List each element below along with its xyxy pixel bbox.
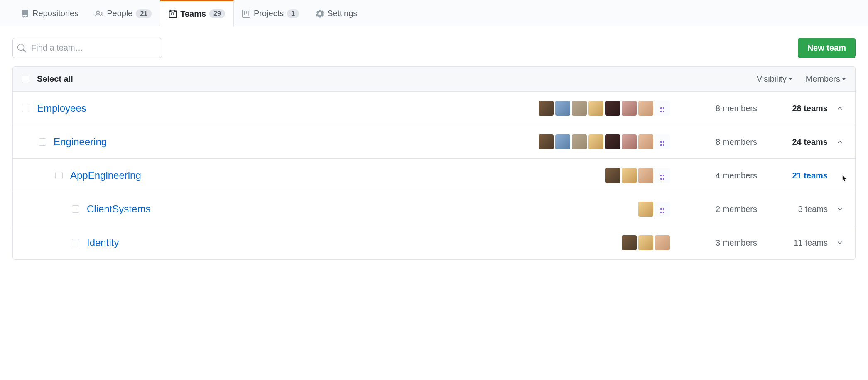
jersey-icon <box>169 10 177 18</box>
avatar[interactable] <box>605 134 620 149</box>
tab-label: Settings <box>327 9 357 18</box>
team-link[interactable]: AppEngineering <box>70 170 141 181</box>
avatar[interactable] <box>572 134 587 149</box>
members-count: 8 members <box>695 104 757 113</box>
avatar[interactable] <box>622 235 637 250</box>
avatar[interactable] <box>572 101 587 116</box>
row-checkbox[interactable] <box>22 105 29 112</box>
subteams-count: 24 teams <box>765 137 828 147</box>
avatar[interactable] <box>588 101 603 116</box>
members-count: 2 members <box>695 205 757 214</box>
tab-label: People <box>107 9 132 18</box>
avatar[interactable] <box>588 134 603 149</box>
tab-label: Projects <box>254 9 284 18</box>
team-row: Identity 3 members 11 teams <box>13 226 855 259</box>
search-icon <box>17 44 26 52</box>
project-icon <box>242 10 250 18</box>
team-row: Employees 8 members 28 teams <box>13 92 855 125</box>
avatar[interactable] <box>638 134 653 149</box>
avatar-stack <box>638 202 670 217</box>
chevron-up-icon <box>836 105 843 112</box>
teams-list: Select all Visibility Members Employees … <box>12 66 856 260</box>
projects-count: 1 <box>287 9 299 18</box>
members-count: 8 members <box>695 137 757 147</box>
avatar[interactable] <box>555 134 570 149</box>
avatar[interactable] <box>605 168 620 183</box>
avatar[interactable] <box>605 101 620 116</box>
tab-projects[interactable]: Projects 1 <box>234 0 307 26</box>
team-link[interactable]: ClientSystems <box>87 203 150 215</box>
row-checkbox[interactable] <box>55 172 63 179</box>
row-checkbox[interactable] <box>72 239 79 246</box>
avatar-more[interactable] <box>655 101 670 116</box>
people-icon <box>95 10 103 18</box>
avatar[interactable] <box>622 101 637 116</box>
caret-down-icon <box>842 78 846 80</box>
teams-count: 29 <box>209 9 225 18</box>
row-checkbox[interactable] <box>39 138 46 146</box>
expand-toggle[interactable] <box>834 239 846 246</box>
avatar-more[interactable] <box>655 202 670 217</box>
chevron-down-icon <box>836 206 843 212</box>
select-all-label: Select all <box>37 74 73 84</box>
team-row: Engineering 8 members 24 teams <box>13 125 855 159</box>
org-tabs: Repositories People 21 Teams 29 Projects… <box>0 0 868 26</box>
caret-down-icon <box>788 78 792 80</box>
avatar-stack <box>539 134 670 149</box>
tab-people[interactable]: People 21 <box>87 0 160 26</box>
members-count: 3 members <box>695 238 757 248</box>
tab-teams[interactable]: Teams 29 <box>160 0 234 26</box>
toolbar: New team <box>0 26 868 66</box>
avatar-stack <box>622 235 670 250</box>
expand-toggle[interactable] <box>834 206 846 212</box>
avatar-stack <box>539 101 670 116</box>
avatar[interactable] <box>622 168 637 183</box>
gear-icon <box>316 10 324 18</box>
subteams-count[interactable]: 21 teams <box>765 171 828 180</box>
subteams-count: 3 teams <box>765 205 828 214</box>
avatar-more[interactable] <box>655 168 670 183</box>
new-team-button[interactable]: New team <box>798 38 856 58</box>
select-all-checkbox[interactable] <box>22 76 29 83</box>
team-row: ClientSystems 2 members 3 teams <box>13 192 855 226</box>
team-link[interactable]: Engineering <box>54 136 107 148</box>
avatar[interactable] <box>655 235 670 250</box>
avatar[interactable] <box>539 134 554 149</box>
tab-label: Teams <box>180 9 206 19</box>
avatar[interactable] <box>638 168 653 183</box>
avatar-stack <box>605 168 670 183</box>
search-wrap <box>12 38 162 58</box>
row-checkbox[interactable] <box>72 205 79 213</box>
people-count: 21 <box>136 9 152 18</box>
team-row: AppEngineering 4 members 21 teams <box>13 159 855 192</box>
visibility-dropdown[interactable]: Visibility <box>757 74 792 84</box>
tab-settings[interactable]: Settings <box>307 0 365 26</box>
collapse-toggle[interactable] <box>834 105 846 112</box>
tab-label: Repositories <box>32 9 78 18</box>
avatar[interactable] <box>638 235 653 250</box>
team-link[interactable]: Identity <box>87 237 119 248</box>
avatar[interactable] <box>555 101 570 116</box>
chevron-up-icon <box>836 139 843 145</box>
subteams-count: 11 teams <box>765 238 828 248</box>
chevron-down-icon <box>836 239 843 246</box>
avatar[interactable] <box>638 202 653 217</box>
list-header: Select all Visibility Members <box>13 67 855 92</box>
avatar-more[interactable] <box>655 134 670 149</box>
collapse-toggle[interactable] <box>834 139 846 145</box>
members-dropdown[interactable]: Members <box>806 74 846 84</box>
avatar[interactable] <box>638 101 653 116</box>
search-input[interactable] <box>12 38 162 58</box>
members-count: 4 members <box>695 171 757 180</box>
repo-icon <box>21 10 29 18</box>
tab-repositories[interactable]: Repositories <box>12 0 87 26</box>
avatar[interactable] <box>622 134 637 149</box>
avatar[interactable] <box>539 101 554 116</box>
subteams-count: 28 teams <box>765 104 828 113</box>
team-link[interactable]: Employees <box>37 102 86 114</box>
